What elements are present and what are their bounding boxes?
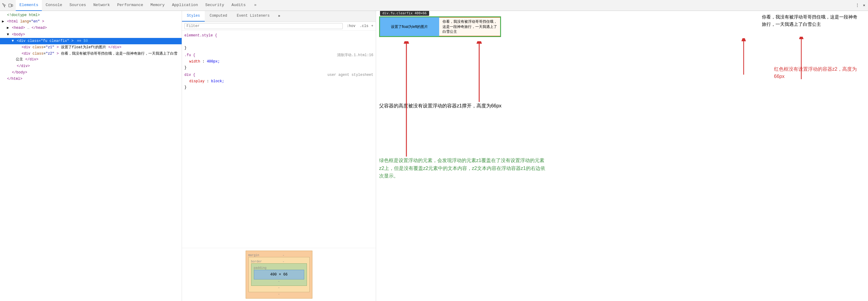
- tab-actions: ⋮ ✕: [855, 3, 867, 8]
- tab-network[interactable]: Network: [90, 0, 114, 11]
- tab-elements[interactable]: Elements: [16, 0, 42, 11]
- tab-performance[interactable]: Performance: [114, 0, 147, 11]
- tree-line-div-close[interactable]: </div>: [0, 63, 182, 69]
- preview-panel: div.fu.clearfix 400×66 设置了float为left的图片 …: [376, 11, 868, 301]
- tab-application[interactable]: Application: [168, 0, 202, 11]
- preview-area: div.fu.clearfix 400×66 设置了float为left的图片 …: [376, 11, 868, 301]
- main-content: <!doctype html> ▶ <html lang="en" > ▶ <h…: [0, 11, 868, 301]
- device-icon[interactable]: [8, 3, 13, 8]
- styles-subtabs: Styles Computed Event Listeners »: [182, 11, 376, 22]
- tree-line-body-open[interactable]: ▼ <body>: [0, 32, 182, 38]
- tab-memory[interactable]: Memory: [147, 0, 168, 11]
- highlight-label: div.fu.clearfix 400×66: [380, 11, 429, 16]
- anno-top-right-text: 你看，我没有被浮动哥哥挡住哦，这是一段神奇旅行，一天我遇上了白雪公主: [762, 13, 859, 28]
- arrow-red-parent: [735, 38, 753, 74]
- add-style-button[interactable]: +: [371, 24, 373, 28]
- tree-line-div-fu[interactable]: ▼ <div class="fu clearfix" > == $0: [0, 38, 182, 44]
- box-border: border - padding 400 × 66: [248, 257, 310, 292]
- filter-input[interactable]: [184, 23, 343, 29]
- tree-line-html[interactable]: ▶ <html lang="en" >: [0, 19, 182, 25]
- box-model: margin - border - padding: [246, 251, 312, 299]
- style-rule-element: element.style { }: [182, 32, 376, 52]
- box-model-section: margin - border - padding: [182, 248, 376, 301]
- filter-hov-button[interactable]: :hov: [345, 23, 357, 29]
- tab-audits[interactable]: Audits: [228, 0, 249, 11]
- style-rule-fu: .fu { 清除浮动.1.html:16 width : 400px; }: [182, 52, 376, 71]
- filter-cls-button[interactable]: .cls: [358, 23, 370, 29]
- tree-line-div-z1[interactable]: <div class="z1" > 设置了float为left的图片 </div…: [0, 44, 182, 51]
- subtab-more[interactable]: »: [276, 11, 283, 22]
- tab-console[interactable]: Console: [42, 0, 66, 11]
- subtab-styles[interactable]: Styles: [182, 11, 205, 22]
- svg-rect-1: [11, 5, 13, 6]
- svg-rect-0: [9, 4, 11, 7]
- subtab-event-listeners[interactable]: Event Listeners: [232, 11, 275, 22]
- elements-panel: <!doctype html> ▶ <html lang="en" > ▶ <h…: [0, 11, 182, 301]
- tree-line-doctype[interactable]: <!doctype html>: [0, 12, 182, 19]
- tree-line-div-z2[interactable]: <div class="z2" > 你看，我没有被浮动哥哥挡住哦，这是一段神奇旅…: [0, 51, 182, 63]
- filter-actions: :hov .cls +: [345, 23, 373, 29]
- highlight-green-box: div.fu.clearfix 400×66: [379, 17, 501, 37]
- styles-panel: Styles Computed Event Listeners » :hov .…: [182, 11, 376, 301]
- arrow-red-parent-height: [473, 41, 485, 102]
- box-padding: padding 400 × 66 -: [251, 263, 307, 286]
- styles-content[interactable]: element.style { } .fu { 清除浮动.1.html:16 w…: [182, 31, 376, 248]
- tab-security[interactable]: Security: [202, 0, 228, 11]
- more-tabs-button[interactable]: »: [250, 0, 260, 11]
- anno-red-box-text: 红色框没有设置浮动的容器z2，高度为 66px: [774, 65, 859, 80]
- filter-bar: :hov .cls +: [182, 22, 376, 31]
- devtools-icons: [1, 3, 13, 8]
- devtools-close-icon[interactable]: ✕: [861, 3, 867, 8]
- box-content: 400 × 66: [254, 270, 304, 279]
- tree-line-body-close[interactable]: </body>: [0, 69, 182, 76]
- devtools-menu-icon[interactable]: ⋮: [855, 3, 860, 8]
- arrow-red-float: [400, 41, 412, 157]
- devtools-tabbar: Elements Console Sources Network Perform…: [0, 0, 868, 11]
- inspect-icon[interactable]: [1, 3, 7, 8]
- anno-green-text: 绿色框是设置浮动的元素，会发现浮动的元素z1覆盖在了没有设置浮动的元素z2上，但…: [379, 157, 549, 180]
- elements-tree[interactable]: <!doctype html> ▶ <html lang="en" > ▶ <h…: [0, 11, 182, 301]
- tree-line-head[interactable]: ▶ <head> … </head>: [0, 25, 182, 31]
- style-rule-div: div { user agent stylesheet display : bl…: [182, 71, 376, 91]
- tab-sources[interactable]: Sources: [66, 0, 90, 11]
- subtab-computed[interactable]: Computed: [205, 11, 232, 22]
- tree-line-html-close[interactable]: </html>: [0, 76, 182, 82]
- box-margin: margin - border - padding: [246, 251, 312, 299]
